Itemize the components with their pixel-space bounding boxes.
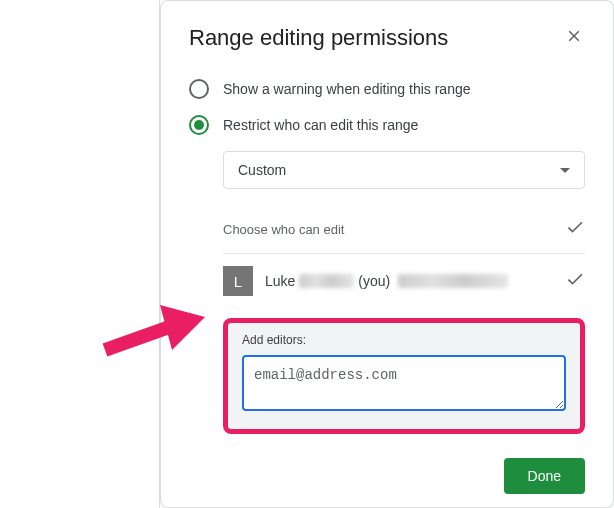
user-you: (you) <box>358 273 390 289</box>
close-icon <box>565 27 583 45</box>
redacted-lastname <box>299 274 354 288</box>
check-icon <box>565 217 585 241</box>
user-row[interactable]: L Luke (you) <box>223 254 585 308</box>
done-button[interactable]: Done <box>504 458 585 494</box>
add-editors-label: Add editors: <box>242 333 566 347</box>
user-name: Luke (you) <box>265 273 565 289</box>
avatar: L <box>223 266 253 296</box>
user-first-name: Luke <box>265 273 295 289</box>
radio-label-warning: Show a warning when editing this range <box>223 81 471 97</box>
radio-show-warning[interactable]: Show a warning when editing this range <box>189 71 585 107</box>
radio-restrict[interactable]: Restrict who can edit this range <box>189 107 585 143</box>
select-value: Custom <box>238 162 286 178</box>
dialog-title: Range editing permissions <box>189 25 448 51</box>
annotation-arrow <box>100 295 210 375</box>
check-icon <box>565 269 585 293</box>
radio-icon-checked <box>189 115 209 135</box>
add-editors-input[interactable] <box>242 355 566 411</box>
add-editors-highlight: Add editors: <box>223 318 585 434</box>
spreadsheet-background <box>0 0 160 508</box>
radio-label-restrict: Restrict who can edit this range <box>223 117 418 133</box>
choose-label: Choose who can edit <box>223 222 344 237</box>
radio-icon-unchecked <box>189 79 209 99</box>
redacted-email <box>398 274 508 288</box>
close-button[interactable] <box>563 25 585 50</box>
choose-who-row[interactable]: Choose who can edit <box>223 205 585 254</box>
chevron-down-icon <box>560 168 570 173</box>
range-permissions-dialog: Range editing permissions Show a warning… <box>160 0 614 508</box>
permission-select[interactable]: Custom <box>223 151 585 189</box>
